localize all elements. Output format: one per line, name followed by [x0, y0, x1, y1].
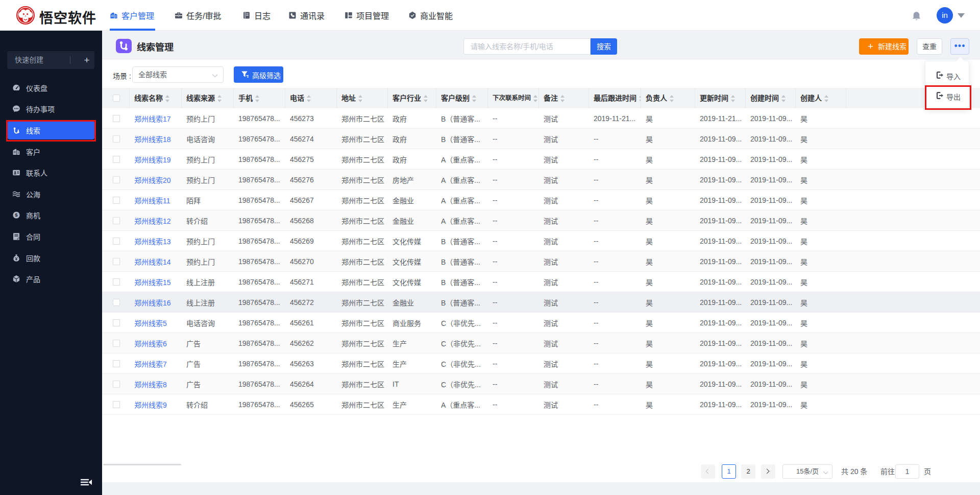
svg-text:$: $	[15, 213, 18, 218]
